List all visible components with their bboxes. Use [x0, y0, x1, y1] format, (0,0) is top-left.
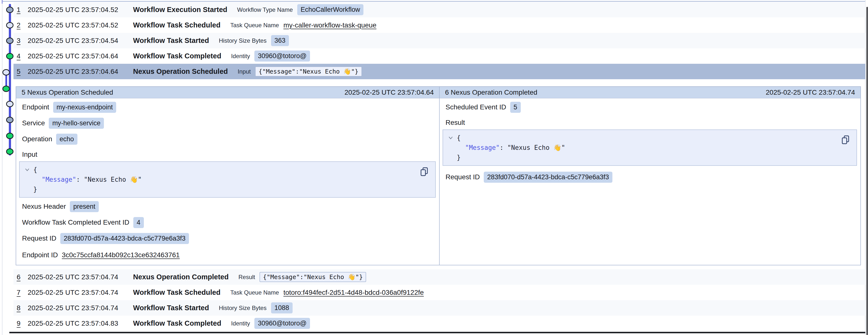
- event-attr-label: History Size Bytes: [219, 305, 267, 311]
- timeline-event-marker-scheduled[interactable]: [6, 22, 13, 28]
- wtc-event-id-badge: 4: [133, 217, 144, 228]
- event-name: Workflow Task Completed: [133, 52, 221, 60]
- event-id-link[interactable]: 6: [17, 273, 28, 281]
- task-queue-link[interactable]: totoro:f494fecf-2d51-4d48-bdcd-036a0f912…: [283, 289, 424, 297]
- event-attr-label: Identity: [231, 53, 250, 60]
- event-timestamp: 2025-02-25 UTC 23:57:04.64: [28, 52, 133, 60]
- event-attr-label: Input: [238, 68, 251, 75]
- scheduled-event-id-badge: 5: [510, 102, 521, 113]
- chevron-down-icon[interactable]: [448, 136, 453, 140]
- event-id-link[interactable]: 9: [17, 319, 28, 327]
- timeline-event-marker-started[interactable]: [6, 117, 13, 123]
- detail-pane-nexus-scheduled: 5 Nexus Operation Scheduled 2025-02-25 U…: [16, 87, 440, 265]
- copy-icon[interactable]: [420, 167, 429, 176]
- field-label: Request ID: [445, 173, 480, 181]
- next-row-edge: [9, 332, 865, 333]
- timeline-event-marker-scheduled[interactable]: [2, 69, 10, 76]
- event-id-link[interactable]: 5: [17, 68, 28, 76]
- field-label: Endpoint: [22, 103, 49, 111]
- history-event-row[interactable]: 6 2025-02-25 UTC 23:57:04.74 Nexus Opera…: [13, 269, 865, 285]
- endpoint-id-link[interactable]: 3c0c75ccfa8144b092c13ce632463761: [62, 251, 180, 259]
- history-event-row[interactable]: 3 2025-02-25 UTC 23:57:04.54 Workflow Ta…: [13, 33, 865, 48]
- field-label: Workflow Task Completed Event ID: [22, 219, 129, 226]
- vertical-scrollbar[interactable]: [866, 7, 868, 335]
- event-name: Nexus Operation Completed: [133, 273, 229, 281]
- timeline-event-marker-scheduled[interactable]: [6, 101, 13, 107]
- timeline-event-marker-started[interactable]: [6, 37, 13, 44]
- history-event-row[interactable]: 1 2025-02-25 UTC 23:57:04.52 Workflow Ex…: [13, 2, 865, 18]
- field-label: Input: [22, 150, 37, 159]
- event-id-link[interactable]: 1: [17, 6, 28, 14]
- event-attr-value-badge: 1088: [271, 302, 292, 313]
- event-name: Workflow Task Started: [133, 36, 209, 45]
- history-event-row[interactable]: 2 2025-02-25 UTC 23:57:04.52 Workflow Ta…: [13, 18, 865, 33]
- endpoint-badge: my-nexus-endpoint: [53, 102, 116, 113]
- event-timestamp: 2025-02-25 UTC 23:57:04.52: [28, 6, 133, 14]
- detail-body: Scheduled Event ID 5 Result { "Message":…: [440, 99, 860, 188]
- event-attr-label: History Size Bytes: [219, 37, 267, 44]
- history-event-row[interactable]: 8 2025-02-25 UTC 23:57:04.74 Workflow Ta…: [13, 300, 865, 316]
- event-attr-value-json: {"Message":"Nexus Echo 👋"}: [259, 272, 366, 282]
- detail-pane-nexus-completed: 6 Nexus Operation Completed 2025-02-25 U…: [440, 87, 860, 265]
- event-attr-value-json: {"Message":"Nexus Echo 👋"}: [255, 66, 362, 77]
- history-event-row[interactable]: 4 2025-02-25 UTC 23:57:04.64 Workflow Ta…: [13, 48, 865, 64]
- field-label: Request ID: [22, 234, 56, 242]
- event-timestamp: 2025-02-25 UTC 23:57:04.74: [28, 289, 133, 297]
- event-id-link[interactable]: 7: [17, 289, 28, 297]
- result-json-viewer: { "Message": "Nexus Echo 👋" }: [442, 130, 857, 166]
- request-id-badge: 283fd070-d57a-4423-bdca-c5c779e6a3f3: [484, 172, 612, 183]
- detail-header: 6 Nexus Operation Completed 2025-02-25 U…: [440, 87, 860, 99]
- event-name: Workflow Task Scheduled: [133, 21, 221, 29]
- event-timestamp: 2025-02-25 UTC 23:57:04.74: [28, 304, 133, 312]
- detail-title: 6 Nexus Operation Completed: [445, 88, 537, 96]
- left-border-line: [2, 0, 2, 335]
- detail-title: 5 Nexus Operation Scheduled: [22, 88, 113, 96]
- event-name: Workflow Task Scheduled: [133, 288, 221, 297]
- detail-timestamp: 2025-02-25 UTC 23:57:04.74: [766, 88, 855, 96]
- history-event-row[interactable]: 9 2025-02-25 UTC 23:57:04.83 Workflow Ta…: [13, 316, 865, 331]
- timeline-event-marker-completed[interactable]: [6, 53, 13, 59]
- json-key: "Message": [465, 144, 500, 151]
- event-attr-label: Identity: [231, 320, 250, 327]
- event-id-link[interactable]: 4: [17, 52, 28, 60]
- task-queue-link[interactable]: my-caller-workflow-task-queue: [283, 21, 376, 29]
- json-key: "Message": [42, 176, 76, 183]
- event-name: Workflow Task Started: [133, 304, 209, 312]
- nexus-header-badge: present: [70, 201, 99, 212]
- history-event-row[interactable]: 7 2025-02-25 UTC 23:57:04.74 Workflow Ta…: [13, 285, 865, 300]
- chevron-down-icon[interactable]: [25, 167, 30, 172]
- detail-timestamp: 2025-02-25 UTC 23:57:04.64: [345, 88, 434, 96]
- detail-header: 5 Nexus Operation Scheduled 2025-02-25 U…: [16, 87, 439, 99]
- event-attr-label: Task Queue Name: [230, 22, 279, 29]
- event-id-link[interactable]: 3: [17, 37, 28, 45]
- event-id-link[interactable]: 8: [17, 304, 28, 312]
- input-json-viewer: { "Message": "Nexus Echo 👋" }: [19, 161, 436, 198]
- timeline-event-marker-started[interactable]: [6, 7, 13, 13]
- event-attr-value-badge: EchoCallerWorkflow: [297, 4, 364, 15]
- event-timestamp: 2025-02-25 UTC 23:57:04.64: [28, 68, 133, 76]
- event-timestamp: 2025-02-25 UTC 23:57:04.54: [28, 37, 133, 45]
- json-close-brace: }: [448, 152, 851, 162]
- field-label: Operation: [22, 135, 52, 143]
- operation-badge: echo: [56, 134, 78, 145]
- event-timestamp: 2025-02-25 UTC 23:57:04.83: [28, 319, 133, 327]
- event-attr-value-badge: 363: [271, 35, 289, 46]
- timeline-event-marker-completed[interactable]: [2, 86, 10, 92]
- detail-body: Endpoint my-nexus-endpoint Service my-he…: [16, 99, 439, 266]
- event-attr-label: Workflow Type Name: [237, 6, 293, 13]
- event-id-link[interactable]: 2: [17, 21, 28, 29]
- event-name: Workflow Execution Started: [133, 6, 227, 14]
- field-label: Scheduled Event ID: [445, 103, 506, 111]
- event-name: Nexus Operation Scheduled: [133, 67, 228, 76]
- field-label: Endpoint ID: [22, 251, 58, 259]
- event-timestamp: 2025-02-25 UTC 23:57:04.74: [28, 273, 133, 281]
- event-attr-value-badge: 30960@totoro@: [254, 318, 310, 329]
- service-badge: my-hello-service: [49, 118, 104, 129]
- timeline-event-marker-completed[interactable]: [6, 133, 13, 139]
- event-attr-label: Result: [239, 274, 255, 281]
- event-history-list: 1 2025-02-25 UTC 23:57:04.52 Workflow Ex…: [13, 2, 865, 331]
- history-event-row-selected[interactable]: 5 2025-02-25 UTC 23:57:04.64 Nexus Opera…: [13, 64, 865, 79]
- top-border-line: [2, 1, 865, 2]
- timeline-event-marker-completed[interactable]: [6, 148, 13, 155]
- copy-icon[interactable]: [841, 135, 850, 145]
